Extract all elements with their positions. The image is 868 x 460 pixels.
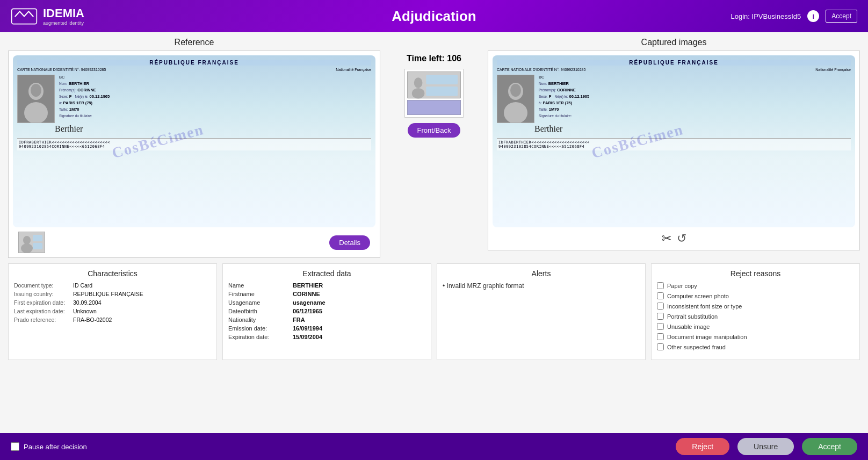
reject-reason-checkbox[interactable] [657, 292, 664, 299]
front-back-button[interactable]: Front/Back [408, 123, 461, 138]
ext-value: CORINNE [293, 291, 320, 297]
reject-reason-item: Portrait substitution [657, 313, 854, 320]
middle-column: Time left: 106 Front/Back [386, 38, 482, 258]
id-card-type: CARTE NATIONALE D'IDENTITÉ N°: 940992310… [17, 68, 106, 71]
captured-id-card-type: CARTE NATIONALE D'IDENTITÉ N°: 940992310… [497, 68, 585, 71]
capture-thumb-back[interactable] [407, 100, 461, 115]
reject-reason-checkbox[interactable] [657, 303, 664, 310]
reject-reason-checkbox[interactable] [657, 333, 664, 340]
char-label: Document type: [14, 282, 73, 289]
ext-label: Emission date: [228, 325, 293, 332]
capture-thumb-front[interactable] [407, 71, 461, 98]
extracted-data-row: Emission date:16/09/1994 [228, 325, 425, 332]
svg-rect-14 [426, 87, 458, 96]
alerts-title: Alerts [443, 269, 640, 278]
main-content: Reference RÉPUBLIQUE FRANÇAISE CARTE NAT… [0, 32, 868, 433]
footer-left: Pause after decision [11, 442, 87, 451]
pause-after-decision-checkbox[interactable] [11, 442, 19, 451]
captured-id-card-signature: Berthier [534, 124, 851, 134]
logout-button[interactable]: Accept [826, 10, 857, 23]
reject-reasons-list: Paper copyComputer screen photoInconsist… [657, 282, 854, 350]
reference-title: Reference [8, 38, 380, 47]
reject-reason-item: Paper copy [657, 282, 854, 289]
id-sexe: Sexe: F Né(e) le: 06.12.1965 [59, 94, 371, 99]
ext-label: Usagename [228, 299, 293, 306]
reject-reasons-title: Reject reasons [657, 269, 854, 278]
characteristics-row: Issuing country:REPUBLIQUE FRANÇAISE [14, 291, 211, 297]
reject-reason-label: Document image manipulation [667, 334, 747, 340]
svg-rect-8 [33, 235, 42, 241]
footer: Pause after decision Reject Unsure Accep… [0, 433, 868, 460]
reject-reason-checkbox[interactable] [657, 323, 664, 330]
captured-id-bc: BC [539, 75, 851, 80]
ext-value: 15/09/2004 [293, 334, 322, 340]
ext-value: 06/12/1965 [293, 308, 322, 314]
captured-id-card-body: BC Nom: BERTHIER Prénom(s): CORINNE Sexe… [497, 75, 851, 123]
id-card-signature: Berthier [55, 124, 371, 134]
reference-image-panel: RÉPUBLIQUE FRANÇAISE CARTE NATIONALE D'I… [8, 51, 380, 258]
reference-panel: Reference RÉPUBLIQUE FRANÇAISE CARTE NAT… [8, 38, 380, 258]
characteristics-row: Last expiration date:Unknown [14, 308, 211, 314]
logo: IDEMIA augmented identity [11, 6, 84, 26]
characteristics-row: Prado reference:FRA-BO-02002 [14, 317, 211, 323]
captured-id-signature-label: Signature du titulaire: [539, 113, 851, 118]
id-card-body: BC Nom: BERTHIER Prénom(s): CORINNE Sexe… [17, 75, 371, 123]
svg-point-12 [412, 88, 425, 99]
scissors-icon[interactable]: ✂ [662, 232, 671, 246]
char-value: ID Card [73, 282, 92, 289]
extracted-data-title: Extracted data [228, 269, 425, 278]
reject-reason-item: Unusable image [657, 323, 854, 330]
id-bc: BC [59, 75, 371, 80]
char-value: FRA-BO-02002 [73, 317, 112, 323]
id-card-nationality: Nationalité Française [336, 68, 371, 71]
refresh-icon[interactable]: ↺ [677, 232, 686, 246]
ext-label: Dateofbirth [228, 308, 293, 314]
reject-reason-checkbox[interactable] [657, 313, 664, 320]
captured-id-card-fields: BC Nom: BERTHIER Prénom(s): CORINNE Sexe… [539, 75, 851, 123]
ext-value: FRA [293, 317, 305, 323]
reject-reason-item: Other suspected fraud [657, 343, 854, 350]
reject-reason-item: Document image manipulation [657, 333, 854, 340]
svg-point-11 [414, 77, 423, 88]
reject-reason-checkbox[interactable] [657, 343, 664, 350]
reference-id-card: RÉPUBLIQUE FRANÇAISE CARTE NATIONALE D'I… [13, 55, 375, 227]
captured-id-card-nationality: Nationalité Française [815, 68, 851, 71]
reject-reason-label: Paper copy [667, 283, 697, 289]
idemia-logo-text: IDEMIA [43, 6, 84, 20]
alert-item: Invalid MRZ graphic format [443, 282, 640, 290]
char-value: REPUBLIQUE FRANÇAISE [73, 291, 143, 297]
captured-id-card-photo [497, 75, 534, 123]
reference-thumbnail[interactable] [18, 232, 45, 253]
info-button[interactable]: i [807, 10, 819, 22]
captured-id-sexe: Sexe: F Né(e) le: 06.12.1965 [539, 94, 851, 99]
bottom-section: Characteristics Document type:ID CardIss… [8, 263, 860, 360]
alerts-box: Alerts Invalid MRZ graphic format [437, 263, 646, 360]
header: IDEMIA augmented identity Adjudication L… [0, 0, 868, 32]
extracted-data-row: Expiration date:15/09/2004 [228, 334, 425, 340]
footer-buttons: Reject Unsure Accept [676, 438, 857, 455]
reject-reason-item: Inconsistent font size or type [657, 303, 854, 310]
id-signature-label: Signature du titulaire: [59, 113, 371, 118]
char-label: Last expiration date: [14, 308, 73, 314]
captured-id-card-subheader: CARTE NATIONALE D'IDENTITÉ N°: 940992310… [497, 68, 851, 71]
reject-reason-checkbox[interactable] [657, 282, 664, 289]
characteristics-row: First expiration date:30.09.2004 [14, 299, 211, 306]
reject-reason-label: Inconsistent font size or type [667, 303, 742, 310]
char-label: Prado reference: [14, 317, 73, 323]
ext-value: 16/09/1994 [293, 325, 322, 332]
details-button[interactable]: Details [329, 235, 370, 250]
idemia-tagline: augmented identity [43, 20, 84, 26]
accept-button[interactable]: Accept [802, 438, 857, 455]
idemia-logo-icon [11, 7, 38, 26]
captured-panel-icons: ✂ ↺ [662, 232, 686, 246]
captured-id-taille: Taille: 1M70 [539, 107, 851, 112]
unsure-button[interactable]: Unsure [737, 438, 794, 455]
char-value: Unknown [73, 308, 97, 314]
ext-value: BERTHIER [293, 282, 323, 289]
reject-reason-label: Portrait substitution [667, 313, 718, 320]
reject-button[interactable]: Reject [676, 438, 729, 455]
ext-value: usagename [293, 299, 326, 306]
ext-label: Name [228, 282, 293, 289]
captured-title: Captured images [488, 38, 860, 47]
captured-id-card-republic: RÉPUBLIQUE FRANÇAISE [497, 60, 851, 66]
